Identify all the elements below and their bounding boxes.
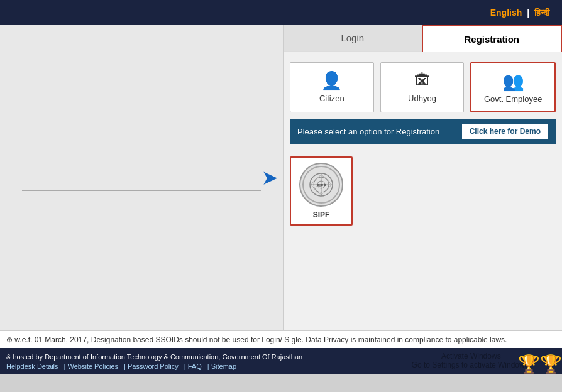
sipf-card[interactable]: SIPF SIPF xyxy=(290,156,353,226)
footer-hosted-text: & hosted by Department of Information Te… xyxy=(6,352,556,362)
lang-hindi[interactable]: हिन्दी xyxy=(534,8,549,18)
footer-link-faq[interactable]: FAQ xyxy=(188,362,202,370)
footer: & hosted by Department of Information Te… xyxy=(0,348,562,374)
trophy-icon-1: 🏆 xyxy=(518,354,540,374)
option-udhyog[interactable]: 🏚 Udhyog xyxy=(380,62,465,112)
ticker-text: ⊕ w.e.f. 01 March, 2017, Designation bas… xyxy=(0,335,507,344)
registration-banner: Please select an option for Registration… xyxy=(290,119,556,144)
footer-icons: 🏆 🏆 xyxy=(518,354,562,374)
tabs-container: Login Registration xyxy=(284,25,562,52)
tab-login-label: Login xyxy=(341,33,364,43)
option-citizen[interactable]: 👤 Citizen xyxy=(290,62,374,112)
tab-login[interactable]: Login xyxy=(284,25,422,51)
left-arrow-icon[interactable]: ➤ xyxy=(262,168,277,188)
sipf-section: SIPF SIPF xyxy=(284,144,562,238)
right-panel: Login Registration 👤 Citizen 🏚 Udhyog 👥 … xyxy=(283,25,562,330)
footer-links: Helpdesk Details | Website Policies | Pa… xyxy=(6,362,556,370)
main-content: ➤ Login Registration 👤 Citizen 🏚 Udhyog … xyxy=(0,25,562,330)
banner-text: Please select an option for Registration xyxy=(297,127,439,136)
left-panel: ➤ xyxy=(0,25,283,330)
lang-english[interactable]: English xyxy=(490,8,522,18)
language-selector[interactable]: English | हिन्दी xyxy=(490,8,549,18)
govt-employee-icon: 👥 xyxy=(477,71,549,92)
footer-link-policies[interactable]: Website Policies xyxy=(68,362,119,370)
citizen-label: Citizen xyxy=(319,94,344,103)
top-bar: English | हिन्दी xyxy=(0,0,562,25)
footer-link-sitemap[interactable]: Sitemap xyxy=(211,362,236,370)
demo-button[interactable]: Click here for Demo xyxy=(462,124,548,139)
sipf-label: SIPF xyxy=(296,210,346,219)
option-govt-employee[interactable]: 👥 Govt. Employee xyxy=(470,62,556,112)
footer-left: & hosted by Department of Information Te… xyxy=(6,352,556,369)
left-line-bottom xyxy=(22,190,261,191)
trophy-icon-2: 🏆 xyxy=(540,354,562,374)
sipf-logo-inner: SIPF xyxy=(302,166,340,204)
udhyog-icon: 🏚 xyxy=(386,70,459,91)
tab-registration-label: Registration xyxy=(464,34,519,45)
footer-link-helpdesk[interactable]: Helpdesk Details xyxy=(6,362,58,370)
citizen-icon: 👤 xyxy=(295,70,368,91)
svg-text:SIPF: SIPF xyxy=(316,183,326,188)
tab-registration[interactable]: Registration xyxy=(422,25,563,52)
left-line-top xyxy=(22,165,261,165)
footer-link-password[interactable]: Password Policy xyxy=(128,362,179,370)
govt-employee-label: Govt. Employee xyxy=(484,94,543,104)
ticker-bar: ⊕ w.e.f. 01 March, 2017, Designation bas… xyxy=(0,330,562,348)
registration-options: 👤 Citizen 🏚 Udhyog 👥 Govt. Employee xyxy=(284,52,562,119)
sipf-logo-svg: SIPF xyxy=(309,172,334,197)
udhyog-label: Udhyog xyxy=(408,94,436,103)
lang-divider: | xyxy=(527,8,529,18)
sipf-logo: SIPF xyxy=(299,163,343,207)
